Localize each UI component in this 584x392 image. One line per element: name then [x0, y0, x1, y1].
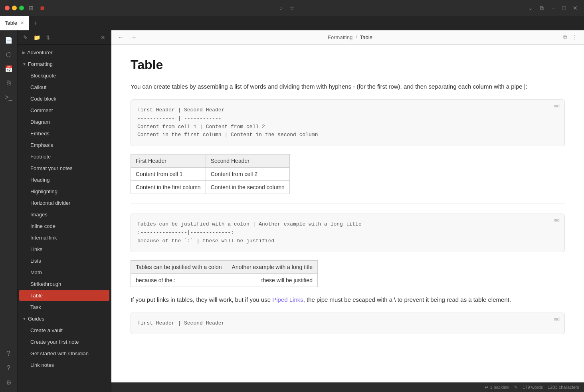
new-folder-icon[interactable]: 📁: [32, 33, 42, 42]
back-button[interactable]: ←: [116, 34, 126, 41]
sort-icon[interactable]: ⇅: [43, 33, 53, 42]
lang-badge-1: md: [554, 103, 560, 110]
doc-content: Table You can create tables by assemblin…: [111, 45, 584, 382]
terminal-icon[interactable]: >_: [2, 91, 15, 104]
table-row: Content in the first column Content in t…: [131, 181, 290, 194]
sidebar-item-get-started[interactable]: Get started with Obsidian: [19, 348, 109, 359]
code-block-2: md Tables can be justified with a colon …: [131, 214, 565, 252]
sidebar-item-guides[interactable]: ▼ Guides: [19, 313, 109, 324]
code-block-1: md First Header | Second Header --------…: [131, 99, 565, 146]
sidebar-item-formatting[interactable]: ▼ Formatting: [19, 58, 109, 69]
forward-button[interactable]: →: [129, 34, 139, 41]
code-block-3: md First Header | Second Header: [131, 313, 565, 335]
sidebar-item-blockquote[interactable]: Blockquote: [19, 70, 109, 81]
calendar-icon[interactable]: 📅: [2, 62, 15, 75]
status-bar: ↩ 1 backlink ✎ 179 words 1203 characters: [111, 382, 584, 392]
bookmark-icon[interactable]: ☆: [288, 4, 296, 12]
close-button[interactable]: [5, 6, 10, 10]
lang-badge-2: md: [554, 217, 560, 224]
traffic-lights: [5, 6, 24, 10]
red-icon: ■: [38, 4, 46, 12]
help-vault-icon[interactable]: ?: [2, 347, 15, 360]
content-nav: ← → Formatting / Table ⧉ ⋮: [111, 30, 584, 45]
breadcrumb-separator: /: [356, 34, 357, 40]
minimize-window-icon[interactable]: −: [549, 4, 557, 12]
tab-label: Table: [5, 20, 17, 26]
backlinks-status[interactable]: ↩ 1 backlink: [485, 385, 509, 390]
table-row: because of the : these will be justified: [131, 273, 318, 287]
sidebar-toggle-icon[interactable]: ⊞: [27, 4, 35, 12]
table2-cell-1-1: because of the :: [131, 273, 227, 287]
sidebar-item-horizontal-divider[interactable]: Horizontal divider: [19, 197, 109, 208]
split-view-icon[interactable]: ⧉: [538, 4, 546, 12]
sidebar-item-adventurer[interactable]: ▶ Adventurer: [19, 47, 109, 58]
sidebar-item-link-notes[interactable]: Link notes: [19, 359, 109, 370]
close-sidebar-icon[interactable]: ✕: [98, 33, 108, 42]
piped-links-link[interactable]: Piped Links: [272, 296, 303, 303]
sidebar-item-heading[interactable]: Heading: [19, 174, 109, 185]
table-row: Content from cell 1 Content from cell 2: [131, 168, 290, 181]
sidebar-item-callout[interactable]: Callout: [19, 81, 109, 93]
para2-post: , the pipe must be escaped with a \ to p…: [303, 296, 511, 303]
edit-icon-status: ✎: [514, 385, 518, 390]
activity-bar: 📄 ⬡ 📅 ⎘ >_ ? ? ⚙: [0, 30, 18, 392]
tab-close-icon[interactable]: ✕: [20, 20, 24, 26]
tabbar: Table ✕ +: [0, 16, 584, 30]
sidebar-item-math[interactable]: Math: [19, 267, 109, 278]
table1-cell-2-2: Content in the second column: [206, 181, 289, 194]
settings-icon[interactable]: ⚙: [2, 376, 15, 389]
lang-badge-3: md: [554, 316, 560, 323]
help-icon[interactable]: ?: [2, 362, 15, 374]
chevron-down-icon[interactable]: ⌄: [527, 4, 535, 12]
sidebar-item-internal-link[interactable]: Internal link: [19, 232, 109, 243]
sidebar-item-code-block[interactable]: Code block: [19, 93, 109, 104]
chevron-down-icon: ▼: [22, 62, 26, 66]
para2-pre: If you put links in tables, they will wo…: [131, 296, 272, 303]
new-note-icon[interactable]: ✎: [21, 33, 30, 42]
titlebar: ⊞ ■ ⌕ ☆ ⌄ ⧉ − □ ✕: [0, 0, 584, 16]
code-content-2: Tables can be justified with a colon | A…: [137, 220, 558, 245]
sidebar-item-comment[interactable]: Comment: [19, 105, 109, 116]
sidebar-item-highlighting[interactable]: Highlighting: [19, 186, 109, 197]
sidebar-item-strikethrough[interactable]: Strikethrough: [19, 278, 109, 289]
table2-cell-1-2: these will be justified: [227, 273, 317, 287]
close-window-icon[interactable]: ✕: [571, 4, 579, 12]
pencil-icon: ✎: [514, 385, 518, 390]
sidebar-item-task[interactable]: Task: [19, 301, 109, 313]
folder-label: Adventurer: [27, 49, 53, 55]
files-icon[interactable]: 📄: [2, 34, 15, 46]
table1-header-2: Second Header: [206, 154, 289, 168]
copy-icon[interactable]: ⎘: [2, 77, 15, 89]
sidebar-item-emphasis[interactable]: Emphasis: [19, 139, 109, 150]
sidebar-item-format-your-notes[interactable]: Format your notes: [19, 162, 109, 174]
new-tab-button[interactable]: +: [29, 16, 41, 30]
search-icon[interactable]: ⌕: [277, 4, 285, 12]
split-editor-icon[interactable]: ⧉: [562, 34, 569, 41]
table1-header-1: First Header: [131, 154, 206, 168]
sidebar-item-diagram[interactable]: Diagram: [19, 116, 109, 127]
sidebar-item-footnote[interactable]: Footnote: [19, 151, 109, 162]
breadcrumb-parent[interactable]: Formatting: [328, 34, 352, 40]
sidebar-item-images[interactable]: Images: [19, 209, 109, 220]
backlink-icon: ↩: [485, 385, 488, 390]
more-options-icon[interactable]: ⋮: [570, 34, 579, 41]
doc-para-2: If you put links in tables, they will wo…: [131, 295, 565, 305]
table-2: Tables can be justified with a colon Ano…: [131, 260, 318, 287]
sidebar-item-inline-code[interactable]: Inline code: [19, 220, 109, 232]
sidebar: ✎ 📁 ⇅ ✕ ▶ Adventurer ▼ Formatting Blockq…: [18, 30, 111, 392]
content-area: ← → Formatting / Table ⧉ ⋮ Table You can…: [111, 30, 584, 392]
sidebar-item-links[interactable]: Links: [19, 244, 109, 255]
main-layout: 📄 ⬡ 📅 ⎘ >_ ? ? ⚙ ✎ 📁 ⇅ ✕ ▶ Adventurer ▼: [0, 30, 584, 392]
doc-intro: You can create tables by assembling a li…: [131, 82, 565, 91]
tab-table[interactable]: Table ✕: [0, 16, 29, 30]
sidebar-item-create-vault[interactable]: Create a vault: [19, 325, 109, 336]
maximize-button[interactable]: [19, 6, 24, 10]
graph-icon[interactable]: ⬡: [2, 48, 15, 61]
sidebar-item-embeds[interactable]: Embeds: [19, 128, 109, 139]
doc-title: Table: [131, 57, 565, 72]
sidebar-item-lists[interactable]: Lists: [19, 255, 109, 266]
sidebar-item-create-first-note[interactable]: Create your first note: [19, 336, 109, 347]
minimize-button[interactable]: [12, 6, 17, 10]
restore-icon[interactable]: □: [560, 4, 568, 12]
sidebar-item-table[interactable]: Table: [19, 290, 109, 301]
